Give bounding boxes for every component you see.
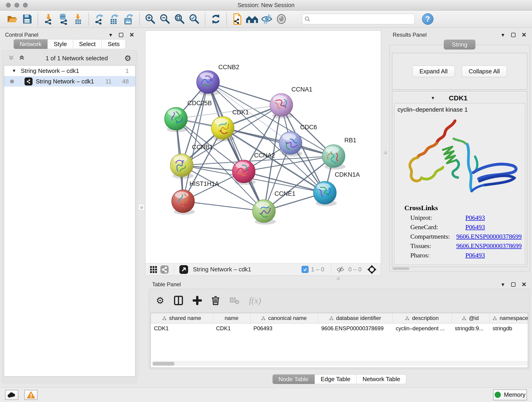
show-all-button[interactable]	[274, 12, 289, 26]
crosslink-link[interactable]: P06493	[465, 223, 485, 231]
tab-style[interactable]: Style	[48, 39, 73, 49]
panel-float-icon[interactable]: ▼	[500, 32, 505, 37]
collapse-all-button[interactable]: Collapse All	[462, 65, 507, 77]
column-header-shared-name[interactable]: shared name	[151, 313, 213, 323]
crosslink-row: Compartments: 9606.ENSP00000378699	[410, 233, 522, 240]
tab-select[interactable]: Select	[73, 39, 102, 49]
zoom-selected-button[interactable]	[187, 12, 202, 26]
show-columns-icon[interactable]	[174, 296, 183, 305]
network-node-hist1h1a[interactable]: HIST1H1A	[172, 180, 219, 215]
network-edge[interactable]	[183, 201, 264, 211]
network-collection-row[interactable]: ▼ String Network – cdk1 1	[4, 65, 135, 76]
tab-node-table[interactable]: Node Table	[272, 374, 315, 384]
export-network-button[interactable]	[92, 12, 107, 26]
string-results-container: Expand All Collapse All ▼ CDK1 cyclin–de…	[389, 45, 530, 271]
delete-column-icon[interactable]	[211, 296, 220, 305]
zoom-fit-button[interactable]	[172, 12, 187, 26]
table-horizontal-scrollbar[interactable]	[152, 361, 528, 366]
node-label: CCNA1	[291, 86, 312, 93]
panel-float-icon[interactable]: ▼	[108, 32, 113, 37]
expand-all-networks-icon[interactable]	[19, 55, 25, 62]
collapse-all-networks-icon[interactable]	[8, 55, 14, 62]
network-row-selected[interactable]: String Network – cdk1 11 48	[4, 76, 135, 87]
bottom-splitter-handle[interactable]	[335, 275, 341, 281]
right-splitter-handle[interactable]	[382, 149, 388, 155]
panel-close-icon[interactable]: ✕	[521, 32, 526, 38]
column-header-canonical-name[interactable]: canonical name	[250, 313, 318, 323]
network-canvas[interactable]: CCNB2 CCNA1 CDC25B CDK1 CDC6	[146, 31, 381, 263]
status-bar: Memory	[0, 387, 532, 402]
grid-view-icon[interactable]	[150, 266, 157, 274]
left-splitter-handle[interactable]	[138, 204, 144, 210]
tab-network-table[interactable]: Network Table	[356, 374, 406, 384]
network-edge[interactable]	[208, 82, 264, 211]
panel-maximize-icon[interactable]	[511, 282, 515, 287]
network-node-cdc25b[interactable]: CDC25B	[165, 100, 212, 132]
hide-selected-button[interactable]	[259, 12, 274, 26]
selected-nodes-checkbox[interactable]	[302, 266, 309, 273]
network-node-ccna1[interactable]: CCNA1	[270, 86, 312, 119]
apply-layout-button[interactable]	[209, 12, 223, 26]
fit-content-crosshair-icon[interactable]	[367, 265, 377, 274]
scrollbar-thumb[interactable]	[152, 362, 175, 366]
network-options-gear-icon[interactable]: ⚙	[124, 54, 131, 62]
network-node-ccnb2[interactable]: CCNB2	[196, 64, 239, 96]
zoom-in-icon	[145, 13, 156, 25]
panel-maximize-icon[interactable]	[119, 33, 123, 37]
tab-sets[interactable]: Sets	[102, 39, 126, 49]
network-node-cdc6[interactable]: CDC6	[279, 124, 317, 157]
network-badge-icon[interactable]	[160, 265, 169, 274]
expand-collapse-box: Expand All Collapse All	[392, 53, 527, 89]
open-session-button[interactable]	[5, 12, 20, 26]
memory-button[interactable]: Memory	[493, 389, 527, 400]
protein-caret-icon[interactable]: ▼	[431, 96, 435, 101]
tab-string[interactable]: String	[444, 40, 475, 50]
zoom-out-button[interactable]	[158, 12, 172, 26]
cloud-status-button[interactable]	[5, 390, 18, 400]
network-node-cdkn1a[interactable]: CDKN1A	[313, 171, 360, 206]
column-header-name[interactable]: name	[213, 313, 250, 323]
export-table-button[interactable]	[107, 12, 121, 26]
network-node-ccne1[interactable]: CCNE1	[253, 190, 296, 225]
import-table-from-file-button[interactable]	[70, 12, 85, 26]
search-input[interactable]	[312, 15, 412, 23]
hidden-eye-slash-icon[interactable]	[336, 266, 345, 273]
network-edge[interactable]	[223, 128, 334, 156]
network-node-ccnb1[interactable]: CCNB1	[170, 144, 213, 179]
crosslink-link[interactable]: 9606.ENSP00000378699	[456, 233, 522, 240]
protein-header[interactable]: ▼ CDK1	[394, 93, 525, 103]
show-home-button[interactable]	[245, 12, 259, 26]
column-header--id[interactable]: @id	[452, 313, 489, 323]
add-column-icon[interactable]	[193, 296, 202, 305]
column-header-description[interactable]: description	[393, 313, 452, 323]
detach-view-icon[interactable]	[179, 265, 188, 274]
column-header-database-identifier[interactable]: database identifier	[318, 313, 393, 323]
tab-network[interactable]: Network	[13, 39, 48, 49]
collection-caret-icon[interactable]: ▼	[12, 68, 16, 73]
open-network-from-web-button[interactable]	[230, 12, 245, 26]
table-options-gear-icon[interactable]: ⚙	[156, 295, 164, 306]
help-button[interactable]: ?	[422, 13, 433, 25]
crosslink-link[interactable]: 9606.ENSP00000378699	[456, 242, 522, 249]
import-network-from-database-button[interactable]	[56, 12, 70, 26]
column-header-namespace[interactable]: namespace	[489, 313, 528, 323]
network-node-cdk1[interactable]: CDK1	[211, 109, 249, 141]
panel-close-icon[interactable]: ✕	[521, 281, 526, 287]
table-row[interactable]: CDK1CDK1P064939606.ENSP00000378699cyclin…	[151, 323, 528, 334]
warning-status-button[interactable]	[24, 390, 38, 400]
import-network-from-file-button[interactable]	[41, 12, 56, 26]
expand-all-button[interactable]: Expand All	[412, 65, 455, 77]
network-node-rb1[interactable]: RB1	[322, 137, 356, 170]
export-image-button[interactable]	[121, 12, 136, 26]
zoom-in-button[interactable]	[143, 12, 158, 26]
help-glyph: ?	[425, 14, 430, 23]
crosslink-link[interactable]: P06493	[465, 252, 485, 259]
panel-close-icon[interactable]: ✕	[129, 32, 134, 38]
control-panel-title: Control Panel	[5, 32, 38, 38]
panel-float-icon[interactable]: ▼	[500, 282, 505, 287]
crosslink-link[interactable]: P06493	[465, 214, 485, 221]
results-horizontal-scrollbar[interactable]	[393, 268, 409, 270]
panel-maximize-icon[interactable]	[511, 33, 515, 37]
tab-edge-table[interactable]: Edge Table	[315, 374, 357, 384]
save-session-button[interactable]	[20, 12, 34, 26]
